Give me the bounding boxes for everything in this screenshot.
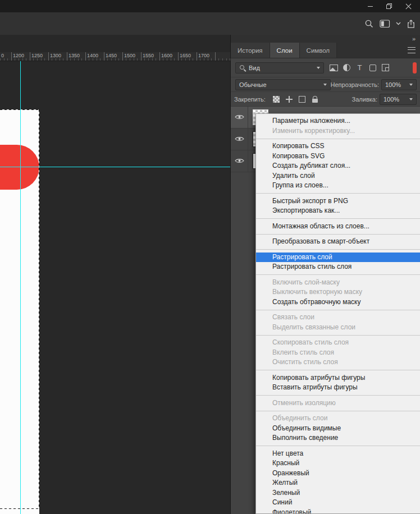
panel-tab[interactable]: Слои (270, 43, 300, 58)
context-menu-item[interactable]: Красный (256, 458, 420, 469)
menu-separator (256, 370, 420, 370)
context-menu-item[interactable]: Оранжевый (256, 469, 420, 479)
opacity-value: 100% (385, 81, 401, 88)
ruler-tick (11, 52, 12, 61)
layer-visibility-toggle[interactable] (231, 150, 248, 172)
toolbar-right-icons (364, 12, 416, 35)
filter-kind-value: Вид (249, 65, 260, 71)
context-menu-item[interactable]: Нет цвета (256, 449, 420, 459)
ruler-tick (67, 52, 67, 61)
restore-button[interactable] (380, 0, 399, 12)
adjustments-icon[interactable] (340, 62, 353, 74)
menu-separator (256, 335, 420, 336)
context-menu-item[interactable]: Растрировать стиль слоя (256, 262, 420, 272)
ruler: 0120012501300135014001450150015501600165… (0, 52, 230, 61)
filter-row: Вид T (231, 58, 420, 77)
filter-toggle[interactable] (413, 62, 417, 74)
ruler-label: 0 (1, 53, 4, 58)
context-menu-item[interactable]: Вставить атрибуты фигуры (256, 383, 420, 393)
context-menu-item[interactable]: Объединить видимые (256, 424, 420, 434)
lock-transparency-icon[interactable] (270, 94, 283, 105)
lock-artboard-icon[interactable] (296, 94, 309, 105)
context-menu-item[interactable]: Параметры наложения... (256, 116, 420, 126)
context-menu-item[interactable]: Выполнить сведение (256, 433, 420, 443)
menu-separator (256, 234, 420, 235)
filter-kind-dropdown[interactable]: Вид (235, 62, 324, 74)
ruler-tick (30, 52, 30, 61)
fill-label: Заливка: (352, 96, 377, 103)
context-menu-item[interactable]: Монтажная область из слоев... (256, 222, 420, 232)
context-menu-item[interactable]: Группа из слоев... (256, 181, 420, 191)
context-menu-item[interactable]: Копировать CSS (256, 141, 420, 152)
context-menu-item[interactable]: Зеленый (256, 488, 420, 498)
blend-mode-dropdown[interactable]: Обычные (235, 79, 331, 90)
eye-icon (235, 134, 244, 144)
lock-row: Закрепить: Заливка: 100% (231, 92, 420, 107)
opacity-dropdown[interactable]: 100% (381, 79, 417, 90)
chevron-down-icon (409, 98, 413, 100)
ruler-tick (197, 52, 197, 61)
canvas-area[interactable]: 0120012501300135014001450150015501600165… (0, 35, 230, 514)
context-menu-item[interactable]: Фиолетовый (256, 508, 420, 514)
context-menu-item[interactable]: Быстрый экспорт в PNG (256, 196, 420, 206)
fill-value: 100% (384, 96, 399, 103)
context-menu-item: Включить слой-маску (256, 278, 420, 288)
panel-menu-button[interactable] (408, 43, 416, 58)
close-icon (405, 3, 412, 10)
menu-separator (256, 446, 420, 446)
ruler-label: 1600 (161, 53, 172, 58)
ruler-tick (48, 52, 49, 61)
menu-separator (256, 310, 420, 310)
ruler-label: 1450 (106, 53, 117, 58)
layer-visibility-toggle[interactable] (231, 107, 248, 128)
close-button[interactable] (399, 0, 418, 12)
ruler-tick (141, 52, 141, 61)
context-menu-item: Связать слои (256, 313, 420, 323)
ruler-label: 1350 (69, 53, 80, 58)
restore-icon (386, 3, 392, 9)
workspace-switcher-icon[interactable] (380, 20, 390, 28)
share-icon[interactable] (407, 19, 416, 29)
context-menu-item[interactable]: Синий (256, 498, 420, 508)
context-menu-item[interactable]: Преобразовать в смарт-объект (256, 237, 420, 247)
context-menu-item[interactable]: Копировать атрибуты фигуры (256, 373, 420, 383)
smart-object-icon[interactable] (379, 62, 392, 74)
lock-position-icon[interactable] (283, 94, 296, 105)
layer-visibility-toggle[interactable] (231, 128, 248, 150)
context-menu-item: Изменить корректировку... (256, 126, 420, 136)
context-menu-item: Вклеить стиль слоя (256, 348, 420, 358)
context-menu-item[interactable]: Удалить слой (256, 171, 420, 181)
context-menu-item: Отменить изоляцию (256, 398, 420, 409)
panel-tab[interactable]: Символ (300, 43, 337, 58)
context-menu-item[interactable]: Копировать SVG (256, 152, 420, 162)
shape-icon[interactable] (366, 62, 379, 74)
panel-menu-icon (408, 47, 416, 53)
minimize-icon (368, 6, 373, 7)
context-menu-item[interactable]: Создать дубликат слоя... (256, 161, 420, 171)
panel-tab[interactable]: История (231, 43, 270, 58)
ruler-label: 1250 (31, 53, 43, 58)
lock-all-icon[interactable] (309, 94, 322, 105)
expand-panels-icon[interactable]: » (412, 35, 416, 42)
context-menu-item[interactable]: Создать обтравочную маску (256, 297, 420, 308)
context-menu-item[interactable]: Желтый (256, 478, 420, 488)
search-icon[interactable] (364, 19, 374, 29)
eye-icon (235, 112, 244, 122)
fill-dropdown[interactable]: 100% (380, 94, 417, 105)
image-icon[interactable] (327, 62, 340, 74)
context-menu-item[interactable]: Экспортировать как... (256, 206, 420, 216)
photoshop-window: 0120012501300135014001450150015501600165… (0, 0, 420, 514)
context-menu-item: Выделить связанные слои (256, 323, 420, 333)
ruler-tick (104, 52, 104, 61)
chevron-down-icon[interactable] (396, 22, 401, 25)
ruler-tick (85, 52, 86, 61)
type-icon[interactable]: T (353, 62, 366, 74)
selection-ants-bottom (0, 508, 39, 509)
context-menu-item-selected[interactable]: Растрировать слой (256, 253, 420, 263)
menu-separator (256, 411, 420, 411)
panel-top-strip: » (231, 35, 420, 43)
menu-separator (256, 218, 420, 219)
minimize-button[interactable] (360, 0, 380, 12)
selection-ants-top (0, 109, 39, 110)
title-bar (0, 0, 420, 12)
